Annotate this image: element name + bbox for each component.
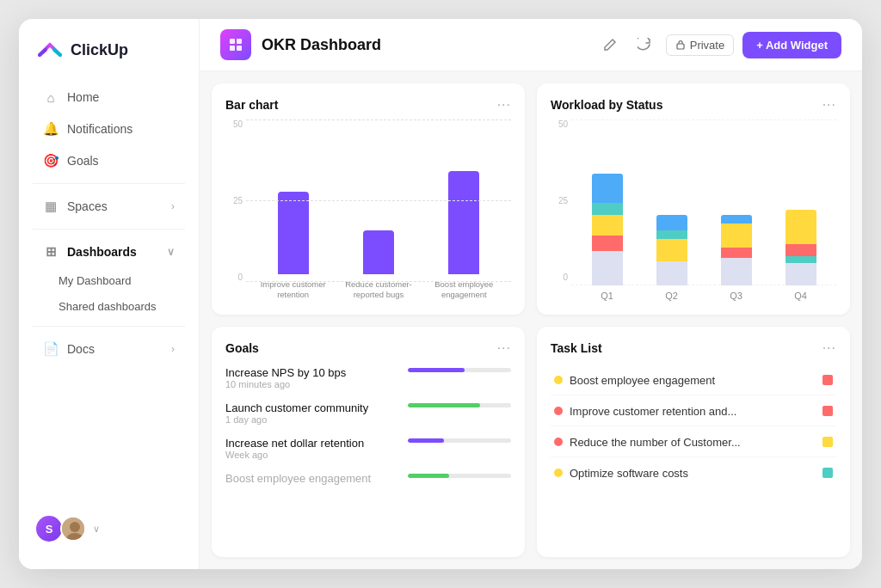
clickup-logo-icon bbox=[36, 36, 64, 64]
goal-progress-fill-2 bbox=[408, 438, 444, 443]
bell-icon: 🔔 bbox=[43, 121, 59, 137]
page-title: OKR Dashboard bbox=[262, 36, 587, 54]
workload-y-label-0: 0 bbox=[563, 273, 568, 282]
workload-y-label-50: 50 bbox=[558, 119, 568, 129]
avatar-photo bbox=[60, 516, 86, 542]
goals-widget-more-button[interactable]: ··· bbox=[497, 340, 511, 356]
refresh-icon-button[interactable] bbox=[631, 32, 657, 58]
task-flag-3 bbox=[822, 468, 833, 478]
sidebar-item-goals-label: Goals bbox=[67, 154, 99, 168]
goals-widget-header: Goals ··· bbox=[225, 340, 511, 356]
task-dot-3 bbox=[554, 469, 563, 477]
sidebar-item-home[interactable]: ⌂ Home bbox=[26, 82, 192, 113]
goals-widget-title: Goals bbox=[225, 341, 259, 355]
task-item-2: Reduce the number of Customer... bbox=[551, 428, 836, 457]
goal-progress-fill-0 bbox=[408, 368, 465, 372]
avatar-s: S bbox=[36, 516, 62, 542]
sidebar-item-dashboards[interactable]: ⊞ Dashboards ∨ bbox=[26, 236, 192, 267]
task-flag-2 bbox=[822, 437, 833, 447]
sidebar-item-goals[interactable]: 🎯 Goals bbox=[26, 145, 192, 176]
goal-progress-fill-1 bbox=[408, 403, 480, 407]
workload-chart-widget: Workload by Status ··· 50 25 0 bbox=[537, 83, 850, 315]
goal-progress-bar-0 bbox=[408, 368, 511, 372]
add-widget-button[interactable]: + Add Widget bbox=[742, 32, 841, 58]
goal-progress-fill-3 bbox=[408, 474, 449, 478]
edit-icon-button[interactable] bbox=[597, 32, 623, 58]
workload-q1 bbox=[578, 174, 636, 285]
task-name-3: Optimize software costs bbox=[570, 467, 816, 480]
goal-name-0: Increase NPS by 10 bps bbox=[225, 366, 346, 379]
refresh-icon bbox=[638, 38, 651, 52]
goal-item-0: Increase NPS by 10 bps 10 minutes ago bbox=[225, 366, 511, 389]
task-list: Boost employee engagement Improve custom… bbox=[551, 363, 836, 487]
task-item-1: Improve customer retention and... bbox=[551, 397, 836, 426]
task-item-0: Boost employee engagement bbox=[551, 366, 836, 395]
svg-rect-6 bbox=[237, 46, 242, 51]
bar-label-2: Boost employeeengagement bbox=[426, 279, 502, 301]
goal-name-2: Increase net dollar retention bbox=[225, 437, 364, 450]
private-badge[interactable]: Private bbox=[666, 34, 734, 56]
sidebar-item-notifications[interactable]: 🔔 Notifications bbox=[26, 113, 192, 144]
workload-q1-label: Q1 bbox=[578, 291, 636, 301]
sidebar-item-home-label: Home bbox=[67, 90, 99, 104]
sidebar-item-my-dashboard[interactable]: My Dashboard bbox=[26, 268, 192, 293]
sidebar-item-shared-dashboards[interactable]: Shared dashboards bbox=[26, 294, 192, 319]
nav-divider-1 bbox=[33, 183, 185, 184]
pencil-icon bbox=[603, 38, 617, 52]
nav-divider-3 bbox=[33, 326, 185, 327]
goal-progress-bar-2 bbox=[408, 438, 511, 443]
bar-item-0 bbox=[255, 192, 331, 274]
private-label: Private bbox=[690, 39, 724, 52]
task-list-header: Task List ··· bbox=[551, 340, 836, 356]
task-dot-2 bbox=[554, 438, 563, 446]
home-icon: ⌂ bbox=[43, 89, 59, 105]
main-content: OKR Dashboard bbox=[200, 19, 862, 569]
bar-chart-widget: Bar chart ··· 50 25 0 bbox=[212, 83, 525, 315]
goal-time-1: 1 day ago bbox=[225, 414, 368, 425]
sidebar-footer: S ∨ bbox=[19, 505, 199, 552]
docs-chevron-icon: › bbox=[171, 343, 175, 355]
dashboards-icon: ⊞ bbox=[43, 244, 59, 260]
sidebar-item-spaces[interactable]: ▦ Spaces › bbox=[26, 191, 192, 222]
y-label-0: 0 bbox=[237, 273, 243, 282]
task-list-widget: Task List ··· Boost employee engagement … bbox=[537, 327, 850, 558]
task-list-title: Task List bbox=[551, 341, 602, 355]
bar-chart-title: Bar chart bbox=[225, 98, 278, 112]
goals-widget: Goals ··· Increase NPS by 10 bps 10 minu… bbox=[212, 327, 525, 558]
sidebar-item-spaces-label: Spaces bbox=[67, 199, 108, 213]
sidebar-item-notifications-label: Notifications bbox=[67, 122, 132, 136]
goal-item-1: Launch customer community 1 day ago bbox=[225, 401, 511, 425]
goal-item-2: Increase net dollar retention Week ago bbox=[225, 437, 511, 460]
app-container: ClickUp ⌂ Home 🔔 Notifications 🎯 Goals ▦… bbox=[19, 19, 862, 569]
workload-q3 bbox=[707, 215, 765, 285]
dashboard-icon bbox=[220, 29, 251, 60]
sidebar-item-docs[interactable]: 📄 Docs › bbox=[26, 334, 192, 364]
topbar: OKR Dashboard bbox=[200, 19, 862, 71]
goal-name-3: Boost employee engagement bbox=[225, 472, 371, 485]
bar-1 bbox=[363, 230, 394, 274]
svg-rect-4 bbox=[237, 39, 242, 44]
workload-y-label-25: 25 bbox=[558, 196, 568, 205]
workload-chart-title: Workload by Status bbox=[551, 98, 662, 112]
bar-2 bbox=[448, 171, 479, 274]
workload-q2 bbox=[643, 215, 700, 285]
task-item-3: Optimize software costs bbox=[551, 459, 836, 487]
y-label-50: 50 bbox=[233, 119, 243, 129]
dashboard-grid: Bar chart ··· 50 25 0 bbox=[200, 71, 862, 569]
dashboards-chevron-icon: ∨ bbox=[167, 246, 175, 258]
logo: ClickUp bbox=[19, 36, 199, 81]
goal-time-0: 10 minutes ago bbox=[225, 379, 346, 389]
workload-q3-label: Q3 bbox=[707, 291, 765, 301]
task-list-more-button[interactable]: ··· bbox=[822, 340, 836, 356]
goal-time-2: Week ago bbox=[225, 450, 364, 460]
bar-chart-header: Bar chart ··· bbox=[225, 97, 511, 113]
bar-chart-more-button[interactable]: ··· bbox=[497, 97, 511, 113]
workload-chart-more-button[interactable]: ··· bbox=[822, 97, 836, 113]
bar-item-1 bbox=[340, 230, 416, 274]
svg-rect-7 bbox=[677, 44, 684, 49]
sidebar-item-dashboards-label: Dashboards bbox=[67, 245, 137, 259]
y-label-25: 25 bbox=[233, 196, 243, 205]
workload-q4 bbox=[772, 210, 829, 285]
spaces-chevron-icon: › bbox=[171, 200, 175, 212]
task-dot-1 bbox=[554, 407, 563, 415]
